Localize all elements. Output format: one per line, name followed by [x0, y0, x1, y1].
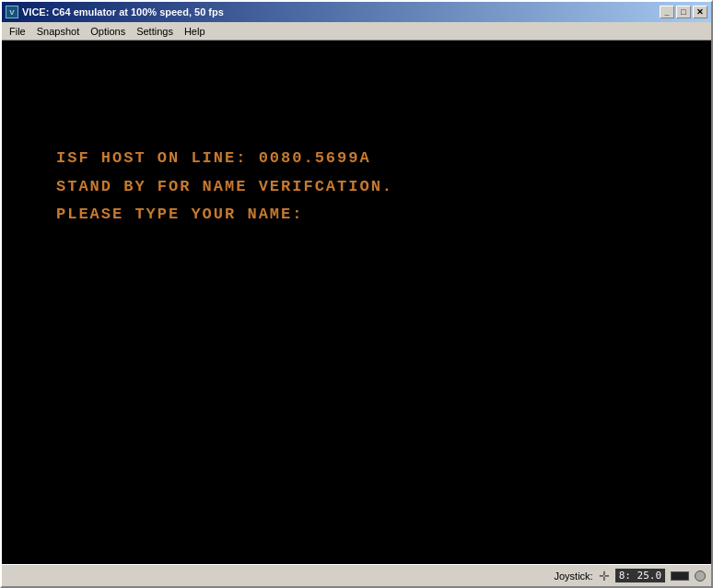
screen-line-3: PLEASE TYPE YOUR NAME:: [56, 201, 675, 229]
title-bar: V VICE: C64 emulator at 100% speed, 50 f…: [2, 2, 711, 22]
joystick-label: Joystick:: [554, 570, 592, 582]
close-button[interactable]: ✕: [693, 6, 707, 18]
led-indicator: [671, 571, 689, 581]
speed-indicator: 8: 25.0: [615, 569, 665, 582]
menu-snapshot[interactable]: Snapshot: [31, 24, 85, 39]
status-bar: Joystick: ✛ 8: 25.0: [2, 564, 711, 586]
menu-help[interactable]: Help: [179, 24, 211, 39]
c64-screen[interactable]: ISF HOST ON LINE: 0080.5699A STAND BY FO…: [10, 53, 703, 552]
main-window: V VICE: C64 emulator at 100% speed, 50 f…: [0, 0, 713, 588]
app-icon: V: [6, 6, 18, 18]
menu-bar: File Snapshot Options Settings Help: [2, 22, 711, 41]
emulator-screen-area: ISF HOST ON LINE: 0080.5699A STAND BY FO…: [2, 41, 711, 564]
drive-icon: [695, 570, 706, 582]
minimize-button[interactable]: _: [660, 6, 674, 18]
screen-line-1: ISF HOST ON LINE: 0080.5699A: [56, 145, 675, 173]
screen-line-2: STAND BY FOR NAME VERIFCATION.: [56, 173, 675, 202]
joystick-cross-icon: ✛: [599, 569, 610, 583]
window-controls: _ □ ✕: [660, 6, 707, 18]
menu-options[interactable]: Options: [85, 24, 131, 39]
window-title: VICE: C64 emulator at 100% speed, 50 fps: [22, 6, 224, 18]
maximize-button[interactable]: □: [676, 6, 691, 18]
joystick-icon: ✛: [599, 569, 610, 583]
menu-settings[interactable]: Settings: [131, 24, 179, 39]
title-bar-left: V VICE: C64 emulator at 100% speed, 50 f…: [6, 6, 224, 18]
menu-file[interactable]: File: [4, 24, 31, 39]
